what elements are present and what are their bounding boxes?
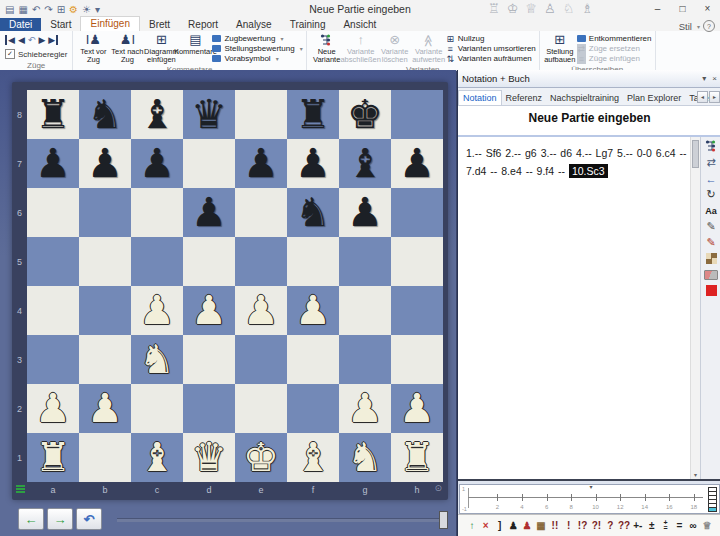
square-h7[interactable]: ♟: [391, 139, 443, 188]
move-token[interactable]: 1.--: [466, 147, 482, 159]
panel-menu-icon[interactable]: ▾: [702, 74, 706, 83]
square-f1[interactable]: ♝: [287, 433, 339, 482]
square-b1[interactable]: [79, 433, 131, 482]
square-h8[interactable]: [391, 90, 443, 139]
square-h5[interactable]: [391, 237, 443, 286]
square-g2[interactable]: ♟: [339, 384, 391, 433]
up-arrow-symbol[interactable]: ↑: [465, 520, 479, 531]
bracket-symbol[interactable]: ]: [493, 520, 507, 531]
redo-icon[interactable]: ↷: [44, 4, 52, 15]
save-as-icon[interactable]: ▦: [18, 4, 27, 15]
move-token[interactable]: --: [680, 147, 687, 159]
red-move-symbol[interactable]: ♟: [520, 520, 534, 531]
unclear-symbol[interactable]: ∞: [686, 520, 700, 531]
square-e7[interactable]: ♟: [235, 139, 287, 188]
evaluation-graph[interactable]: ▾ 1 -1 24681012141618: [459, 484, 720, 514]
move-list[interactable]: 1.-- Sf6 2.-- g6 3.-- d6 4.-- Lg7 5.-- 0…: [458, 137, 690, 479]
move-token[interactable]: Lg7: [596, 147, 614, 159]
move-token[interactable]: Sf6: [486, 147, 502, 159]
commentary-button[interactable]: ▤Kommentare: [178, 32, 212, 65]
cleanup-variations-button[interactable]: ⇅Varianten aufräumen: [446, 54, 536, 63]
board-symbol[interactable]: ▦: [534, 520, 548, 531]
previous-move-button[interactable]: ◀: [18, 35, 25, 45]
square-c1[interactable]: ♝: [131, 433, 183, 482]
variation-tree-icon[interactable]: [704, 140, 718, 153]
move-token[interactable]: 3.--: [541, 147, 557, 159]
square-a2[interactable]: ♟: [27, 384, 79, 433]
close-button[interactable]: ×: [695, 0, 720, 17]
minimize-button[interactable]: –: [645, 0, 670, 17]
remove-comments-button[interactable]: Entkommentieren: [577, 34, 652, 43]
ribbon-tab-brett[interactable]: Brett: [140, 18, 179, 31]
square-c5[interactable]: [131, 237, 183, 286]
square-f3[interactable]: [287, 335, 339, 384]
move-token[interactable]: 7.d4: [466, 165, 486, 177]
move-token[interactable]: 5.--: [617, 147, 633, 159]
position-evaluation-menu[interactable]: Stellungsbewertung▾: [212, 44, 302, 53]
interesting-move-symbol[interactable]: !?: [576, 520, 590, 531]
white-better-symbol[interactable]: ±: [645, 520, 659, 531]
equal-symbol[interactable]: =: [672, 520, 686, 531]
red-square-icon[interactable]: [704, 284, 718, 297]
ribbon-tab-ansicht[interactable]: Ansicht: [334, 18, 385, 31]
square-e3[interactable]: [235, 335, 287, 384]
slider-checkbox[interactable]: ✓ Schieberegler: [3, 47, 69, 61]
square-c4[interactable]: ♟: [131, 286, 183, 335]
help-icon[interactable]: ?: [703, 20, 715, 32]
square-a8[interactable]: ♜: [27, 90, 79, 139]
mistake-symbol[interactable]: ?: [603, 520, 617, 531]
appearance-icon[interactable]: ☀: [82, 4, 91, 15]
square-h2[interactable]: ♟: [391, 384, 443, 433]
panel-close-icon[interactable]: ×: [712, 74, 717, 83]
save-icon[interactable]: ▤: [5, 4, 14, 15]
blunder-symbol[interactable]: ??: [617, 520, 631, 531]
tabs-scroll-left-button[interactable]: ◄: [697, 91, 708, 103]
move-token[interactable]: 8.e4: [501, 165, 521, 177]
delete-symbol[interactable]: ×: [479, 520, 493, 531]
chess-board[interactable]: 87654321 ♜♞♝♛♜♚♟♟♟♟♟♝♟♟♞♟♟♟♟♟♞♟♟♟♟♜♝♛♚♝♞…: [12, 82, 448, 500]
square-d2[interactable]: [183, 384, 235, 433]
ribbon-tab-training[interactable]: Training: [281, 18, 335, 31]
square-g3[interactable]: [339, 335, 391, 384]
notation-scrollbar[interactable]: ▾: [690, 137, 700, 479]
square-d1[interactable]: ♛: [183, 433, 235, 482]
ribbon-tab-report[interactable]: Report: [179, 18, 227, 31]
ribbon-tab-analyse[interactable]: Analyse: [227, 18, 281, 31]
eraser-icon[interactable]: [704, 268, 718, 281]
square-e8[interactable]: [235, 90, 287, 139]
white-winning-symbol[interactable]: +-: [631, 520, 645, 531]
square-d4[interactable]: ♟: [183, 286, 235, 335]
swap-arrows-icon[interactable]: ⇄: [704, 156, 718, 169]
move-token[interactable]: 4.--: [576, 147, 592, 159]
tab-plan-explorer[interactable]: Plan Explorer: [623, 91, 685, 105]
square-f4[interactable]: ♟: [287, 286, 339, 335]
move-token[interactable]: 0-0: [637, 147, 652, 159]
current-move[interactable]: 10.Sc3: [569, 164, 608, 178]
move-token[interactable]: 2.--: [505, 147, 521, 159]
style-menu[interactable]: Stil ▾ ?: [679, 20, 715, 32]
slider-handle[interactable]: [439, 511, 448, 529]
square-f2[interactable]: [287, 384, 339, 433]
double-exclam-symbol[interactable]: !!: [548, 520, 562, 531]
square-b3[interactable]: [79, 335, 131, 384]
square-g1[interactable]: ♞: [339, 433, 391, 482]
square-c3[interactable]: ♞: [131, 335, 183, 384]
brush-icon[interactable]: ✎: [704, 236, 718, 249]
square-b2[interactable]: ♟: [79, 384, 131, 433]
square-e6[interactable]: [235, 188, 287, 237]
move-token[interactable]: --: [526, 165, 533, 177]
maximize-button[interactable]: □: [670, 0, 695, 17]
square-f8[interactable]: ♜: [287, 90, 339, 139]
square-h6[interactable]: [391, 188, 443, 237]
checker-icon[interactable]: [704, 252, 718, 265]
square-d7[interactable]: [183, 139, 235, 188]
new-board-icon[interactable]: ⊞: [57, 4, 65, 15]
game-position-slider[interactable]: [117, 509, 448, 529]
square-e2[interactable]: [235, 384, 287, 433]
setup-position-button[interactable]: ⊞Stellung aufbauen: [543, 32, 577, 65]
square-b8[interactable]: ♞: [79, 90, 131, 139]
move-token[interactable]: --: [558, 165, 565, 177]
square-d5[interactable]: [183, 237, 235, 286]
undo-icon[interactable]: ↶: [32, 4, 40, 15]
square-a3[interactable]: [27, 335, 79, 384]
